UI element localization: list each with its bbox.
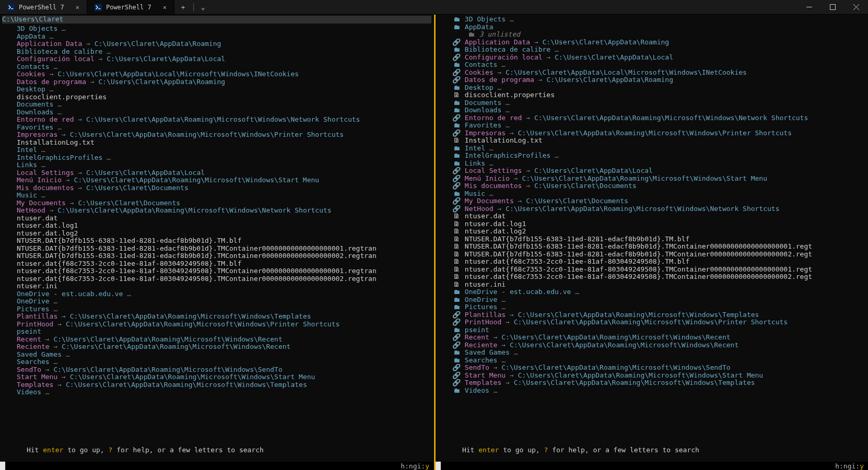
list-item[interactable]: 🔗 Mis documentos → C:\Users\Claret\Docum…	[438, 182, 866, 190]
list-item[interactable]: 🗎 NTUSER.DAT{b7dfb155-6383-11ed-8281-eda…	[438, 243, 866, 251]
list-item[interactable]: Templates → C:\Users\Claret\AppData\Roam…	[2, 381, 431, 389]
list-item[interactable]: 🖿 Pictures …	[438, 303, 866, 311]
list-item[interactable]: 🔗 Datos de programa → C:\Users\Claret\Ap…	[438, 76, 866, 84]
list-item[interactable]: Plantillas → C:\Users\Claret\AppData\Roa…	[2, 313, 431, 321]
list-item[interactable]: 🔗 Entorno de red → C:\Users\Claret\AppDa…	[438, 114, 866, 122]
list-item[interactable]: 🖿 Documents …	[438, 99, 866, 107]
list-item[interactable]: 🖿 Downloads …	[438, 107, 866, 114]
list-item[interactable]: AppData …	[2, 33, 431, 41]
list-item[interactable]: 🖿 IntelGraphicsProfiles …	[438, 152, 866, 160]
list-item[interactable]: Start Menu → C:\Users\Claret\AppData\Roa…	[2, 373, 431, 381]
left-pane[interactable]: C:\Users\Claret 3D Objects …AppData …App…	[0, 15, 434, 470]
list-item[interactable]: PrintHood → C:\Users\Claret\AppData\Roam…	[2, 321, 431, 328]
list-item[interactable]: Entorno de red → C:\Users\Claret\AppData…	[2, 116, 431, 124]
list-item[interactable]: Recent → C:\Users\Claret\AppData\Roaming…	[2, 336, 431, 344]
list-item[interactable]: 🗎 discoclient.properties	[438, 91, 866, 99]
list-item[interactable]: Menú Inicio → C:\Users\Claret\AppData\Ro…	[2, 177, 431, 184]
list-item[interactable]: 🔗 Plantillas → C:\Users\Claret\AppData\R…	[438, 311, 866, 319]
list-item[interactable]: Biblioteca de calibre …	[2, 48, 431, 56]
list-item[interactable]: 🖿 Searches …	[438, 357, 866, 365]
tab-powershell-2[interactable]: PowerShell 7 ✕	[87, 0, 174, 14]
tab-powershell-1[interactable]: PowerShell 7 ✕	[0, 0, 87, 14]
list-item[interactable]: 🔗 Start Menu → C:\Users\Claret\AppData\R…	[438, 372, 866, 380]
list-item[interactable]: 🗎 ntuser.ini	[438, 281, 866, 289]
list-item[interactable]: 🗎 ntuser.dat{f68c7353-2cc0-11ee-81af-803…	[438, 258, 866, 266]
list-item[interactable]: Desktop …	[2, 86, 431, 93]
list-item[interactable]: 🖿 Music …	[438, 190, 866, 198]
list-item[interactable]: 🔗 My Documents → C:\Users\Claret\Documen…	[438, 197, 866, 205]
list-item[interactable]: Datos de programa → C:\Users\Claret\AppD…	[2, 78, 431, 86]
list-item[interactable]: 🖿 Saved Games …	[438, 349, 866, 357]
list-item[interactable]: SendTo → C:\Users\Claret\AppData\Roaming…	[2, 366, 431, 374]
close-window-button[interactable]	[844, 0, 868, 14]
list-item[interactable]: 🖿 Videos …	[438, 387, 866, 395]
list-item[interactable]: NTUSER.DAT{b7dfb155-6383-11ed-8281-edacf…	[2, 252, 431, 260]
list-item[interactable]: 🗎 NTUSER.DAT{b7dfb155-6383-11ed-8281-eda…	[438, 251, 866, 258]
list-item[interactable]: 🗎 ntuser.dat	[438, 213, 866, 220]
list-item[interactable]: ntuser.dat.log1	[2, 222, 431, 230]
list-item[interactable]: Documents …	[2, 101, 431, 109]
list-item[interactable]: 🔗 SendTo → C:\Users\Claret\AppData\Roami…	[438, 364, 866, 372]
list-item[interactable]: Reciente → C:\Users\Claret\AppData\Roami…	[2, 343, 431, 351]
list-item[interactable]: 🔗 Local Settings → C:\Users\Claret\AppDa…	[438, 167, 866, 175]
list-item[interactable]: IntelGraphicsProfiles …	[2, 154, 431, 162]
list-item[interactable]: 🗎 ntuser.dat.log2	[438, 228, 866, 236]
list-item[interactable]: Local Settings → C:\Users\Claret\AppData…	[2, 169, 431, 177]
list-item[interactable]: 🗎 NTUSER.DAT{b7dfb155-6383-11ed-8281-eda…	[438, 236, 866, 243]
list-item[interactable]: ntuser.dat{f68c7353-2cc0-11ee-81af-80304…	[2, 275, 431, 283]
list-item[interactable]: NetHood → C:\Users\Claret\AppData\Roamin…	[2, 207, 431, 215]
list-item[interactable]: 🖿 Contacts …	[438, 61, 866, 69]
list-item[interactable]: OneDrive - est.ucab.edu.ve …	[2, 290, 431, 298]
list-item[interactable]: 3D Objects …	[2, 25, 431, 33]
list-item[interactable]: Music …	[2, 192, 431, 199]
list-item[interactable]: Favorites …	[2, 124, 431, 132]
list-item[interactable]: 🗎 InstallationLog.txt	[438, 137, 866, 145]
list-item[interactable]: ntuser.dat.log2	[2, 230, 431, 238]
list-item[interactable]: ntuser.ini	[2, 283, 431, 290]
list-item[interactable]: 🔗 Cookies → C:\Users\Claret\AppData\Loca…	[438, 69, 866, 77]
list-item[interactable]: 🔗 Recent → C:\Users\Claret\AppData\Roami…	[438, 334, 866, 342]
right-pane[interactable]: 🖿 3D Objects …🖿 AppData🖿 3 unlisted🔗 App…	[434, 15, 868, 470]
list-item[interactable]: NTUSER.DAT{b7dfb155-6383-11ed-8281-edacf…	[2, 237, 431, 245]
list-item[interactable]: Cookies → C:\Users\Claret\AppData\Local\…	[2, 70, 431, 78]
list-item[interactable]: Videos …	[2, 389, 431, 396]
list-item[interactable]: Searches …	[2, 358, 431, 366]
list-item[interactable]: Mis documentos → C:\Users\Claret\Documen…	[2, 184, 431, 192]
list-item[interactable]: 🖿 Desktop …	[438, 84, 866, 92]
list-item[interactable]: NTUSER.DAT{b7dfb155-6383-11ed-8281-edacf…	[2, 245, 431, 253]
list-item[interactable]: Application Data → C:\Users\Claret\AppDa…	[2, 40, 431, 48]
tab-dropdown-button[interactable]: ⌄	[201, 3, 205, 11]
minimize-button[interactable]	[797, 0, 821, 14]
close-icon[interactable]: ✕	[76, 4, 79, 11]
list-item[interactable]: 🖿 Favorites …	[438, 122, 866, 130]
list-item[interactable]: My Documents → C:\Users\Claret\Documents	[2, 199, 431, 207]
close-icon[interactable]: ✕	[163, 4, 167, 11]
search-input-right[interactable]	[436, 462, 441, 470]
list-item[interactable]: 🖿 OneDrive - est.ucab.edu.ve …	[438, 288, 866, 296]
list-item[interactable]: pseint	[2, 328, 431, 336]
list-item[interactable]: 🔗 Templates → C:\Users\Claret\AppData\Ro…	[438, 379, 866, 387]
list-item[interactable]: OneDrive …	[2, 298, 431, 306]
list-item[interactable]: ntuser.dat	[2, 215, 431, 222]
list-item[interactable]: 🗎 ntuser.dat{f68c7353-2cc0-11ee-81af-803…	[438, 273, 866, 281]
list-item[interactable]: 🖿 AppData	[438, 24, 866, 31]
list-item[interactable]: ntuser.dat{f68c7353-2cc0-11ee-81af-80304…	[2, 267, 431, 275]
list-item[interactable]: Impresoras → C:\Users\Claret\AppData\Roa…	[2, 131, 431, 139]
list-item[interactable]: 🔗 Menú Inicio → C:\Users\Claret\AppData\…	[438, 175, 866, 183]
list-item[interactable]: 🔗 Impresoras → C:\Users\Claret\AppData\R…	[438, 130, 866, 137]
list-item[interactable]: 🔗 NetHood → C:\Users\Claret\AppData\Roam…	[438, 205, 866, 213]
list-item[interactable]: Downloads …	[2, 109, 431, 116]
list-item[interactable]: 🗎 ntuser.dat.log1	[438, 220, 866, 228]
list-item[interactable]: discoclient.properties	[2, 93, 431, 101]
maximize-button[interactable]	[821, 0, 844, 14]
list-item[interactable]: 🔗 Reciente → C:\Users\Claret\AppData\Roa…	[438, 342, 866, 349]
list-item[interactable]: Links …	[2, 161, 431, 169]
list-item[interactable]: Saved Games …	[2, 351, 431, 359]
list-item[interactable]: Configuración local → C:\Users\Claret\Ap…	[2, 55, 431, 63]
list-item[interactable]: Pictures …	[2, 306, 431, 313]
list-item[interactable]: 🖿 Links …	[438, 160, 866, 168]
search-input-left[interactable]	[0, 462, 5, 470]
new-tab-button[interactable]: ＋	[180, 3, 186, 12]
list-item[interactable]: 🖿 Biblioteca de calibre …	[438, 46, 866, 54]
list-item[interactable]: 🔗 PrintHood → C:\Users\Claret\AppData\Ro…	[438, 319, 866, 326]
